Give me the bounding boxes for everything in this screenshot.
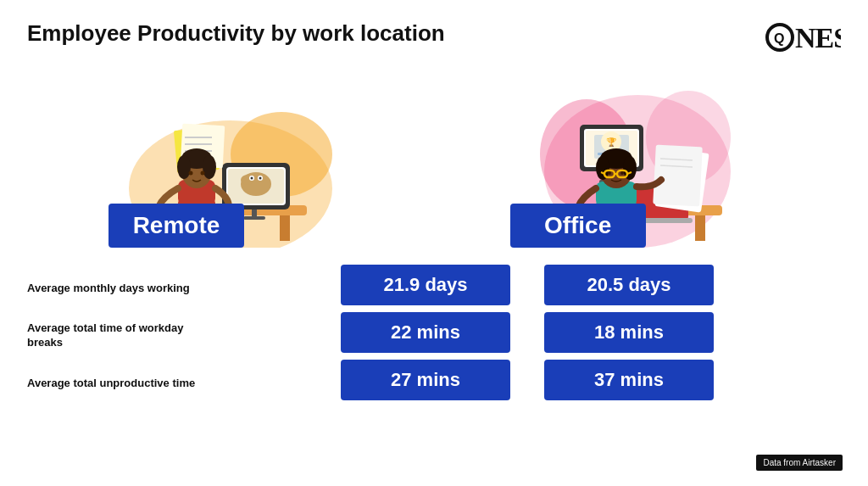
svg-rect-7 (280, 215, 290, 241)
header: Employee Productivity by work location N… (27, 20, 841, 54)
svg-text:🏆: 🏆 (606, 137, 617, 148)
svg-point-15 (251, 177, 253, 180)
main-container: Employee Productivity by work location N… (0, 0, 868, 486)
office-illustration-box: 🏆 (502, 61, 773, 248)
illustrations-row: Remote (27, 61, 841, 248)
stats-values: 21.9 days 22 mins 27 mins 20.5 days 18 m… (214, 265, 841, 400)
remote-stat-0: 21.9 days (341, 265, 510, 305)
office-stat-2: 37 mins (544, 360, 714, 400)
office-stat-0: 20.5 days (544, 265, 714, 305)
svg-point-16 (259, 177, 262, 180)
svg-text:NES: NES (795, 22, 841, 53)
page-title: Employee Productivity by work location (27, 20, 445, 47)
office-badge: Office (510, 204, 646, 248)
svg-rect-18 (243, 216, 265, 220)
office-stat-1: 18 mins (544, 312, 714, 353)
svg-point-31 (201, 171, 205, 176)
stats-section: Average monthly days working Average tot… (27, 265, 841, 407)
office-stats-column: 20.5 days 18 mins 37 mins (544, 265, 714, 400)
remote-stat-2: 27 mins (341, 360, 510, 400)
svg-point-30 (189, 171, 193, 176)
svg-rect-45 (653, 145, 703, 207)
svg-point-70 (620, 171, 624, 175)
stat-label-1: Average total time of workday breaks (27, 312, 214, 360)
svg-point-28 (177, 155, 191, 179)
svg-point-29 (203, 155, 216, 179)
remote-stat-1: 22 mins (341, 312, 510, 353)
stats-labels: Average monthly days working Average tot… (27, 265, 214, 407)
remote-badge: Remote (108, 204, 244, 248)
remote-illustration-box: Remote (95, 61, 366, 248)
svg-rect-37 (695, 215, 705, 241)
data-source-badge: Data from Airtasker (756, 455, 843, 471)
stat-label-2: Average total unproductive time (27, 360, 214, 407)
remote-stats-column: 21.9 days 22 mins 27 mins (341, 265, 510, 400)
svg-point-69 (608, 171, 611, 175)
stat-label-0: Average monthly days working (27, 265, 214, 312)
svg-text:Q: Q (774, 31, 784, 46)
ones-logo: NES Q (765, 20, 841, 54)
